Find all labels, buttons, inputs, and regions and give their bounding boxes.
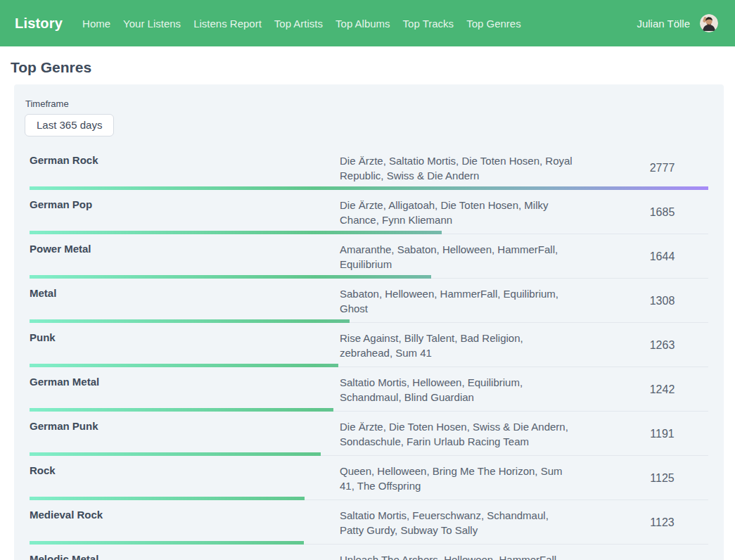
genre-artists: Rise Against, Billy Talent, Bad Religion… [340, 323, 575, 367]
genre-row: Metal Sabaton, Helloween, HammerFall, Eq… [30, 279, 708, 323]
genre-row: Rock Queen, Helloween, Bring Me The Hori… [30, 456, 708, 500]
nav-link-top-tracks[interactable]: Top Tracks [403, 18, 454, 30]
genre-name: Melodic Metal [30, 545, 340, 560]
genre-name: German Pop [30, 190, 340, 234]
genre-name: German Rock [30, 146, 340, 190]
genre-name: Rock [30, 456, 340, 500]
user-avatar[interactable] [700, 14, 718, 32]
genre-artists: Saltatio Mortis, Helloween, Equilibrium,… [340, 367, 575, 412]
nav-link-top-albums[interactable]: Top Albums [335, 18, 390, 30]
app-logo[interactable]: Listory [15, 15, 63, 32]
top-genres-card: Timeframe Last 365 days German Rock Die … [14, 84, 724, 560]
genre-count: 1002 [575, 545, 708, 560]
genre-count: 1685 [575, 190, 708, 234]
genre-count: 1125 [575, 456, 708, 500]
genre-row: Power Metal Amaranthe, Sabaton, Hellowee… [30, 234, 708, 279]
genre-count: 1191 [575, 412, 708, 456]
genre-artists: Die Ärzte, Saltatio Mortis, Die Toten Ho… [340, 146, 575, 190]
nav-link-top-artists[interactable]: Top Artists [274, 18, 323, 30]
genre-artists: Amaranthe, Sabaton, Helloween, HammerFal… [340, 234, 575, 279]
genre-name: Metal [30, 279, 340, 323]
genre-row: Punk Rise Against, Billy Talent, Bad Rel… [30, 323, 708, 367]
user-menu: Julian Tölle [637, 14, 718, 32]
genre-row: Medieval Rock Saltatio Mortis, Feuerschw… [30, 500, 708, 545]
genre-row: German Metal Saltatio Mortis, Helloween,… [30, 367, 708, 412]
nav-link-your-listens[interactable]: Your Listens [123, 18, 181, 30]
timeframe-select[interactable]: Last 365 days [25, 114, 114, 136]
genre-artists: Saltatio Mortis, Feuerschwanz, Schandmau… [340, 500, 575, 545]
genre-count: 1123 [575, 500, 708, 545]
genre-artists: Unleash The Archers, Helloween, HammerFa… [340, 545, 575, 560]
main-navigation: HomeYour ListensListens ReportTop Artist… [82, 18, 637, 30]
genre-artists: Queen, Helloween, Bring Me The Horizon, … [340, 456, 575, 500]
genre-row: Melodic Metal Unleash The Archers, Hello… [30, 545, 708, 560]
timeframe-label: Timeframe [25, 98, 708, 109]
genre-row: German Rock Die Ärzte, Saltatio Mortis, … [30, 146, 708, 190]
genre-name: Punk [30, 323, 340, 367]
avatar-photo [700, 14, 718, 32]
genre-artists: Die Ärzte, Alligatoah, Die Toten Hosen, … [340, 190, 575, 234]
genre-count: 2777 [575, 146, 708, 190]
genre-count: 1242 [575, 367, 708, 412]
page-title: Top Genres [11, 59, 735, 76]
genre-name: German Punk [30, 412, 340, 456]
genre-name: Medieval Rock [30, 500, 340, 545]
nav-link-home[interactable]: Home [82, 18, 110, 30]
nav-link-top-genres[interactable]: Top Genres [466, 18, 521, 30]
top-navbar: Listory HomeYour ListensListens ReportTo… [0, 0, 735, 46]
genre-artists: Die Ärzte, Die Toten Hosen, Swiss & Die … [340, 412, 575, 456]
user-name[interactable]: Julian Tölle [637, 18, 690, 30]
genre-artists: Sabaton, Helloween, HammerFall, Equilibr… [340, 279, 575, 323]
genre-name: German Metal [30, 367, 340, 412]
genre-name: Power Metal [30, 234, 340, 279]
genre-count: 1263 [575, 323, 708, 367]
genre-row: German Punk Die Ärzte, Die Toten Hosen, … [30, 412, 708, 456]
genre-table: German Rock Die Ärzte, Saltatio Mortis, … [30, 146, 708, 560]
genre-row: German Pop Die Ärzte, Alligatoah, Die To… [30, 190, 708, 234]
genre-count: 1644 [575, 234, 708, 279]
nav-link-listens-report[interactable]: Listens Report [193, 18, 262, 30]
genre-count: 1308 [575, 279, 708, 323]
